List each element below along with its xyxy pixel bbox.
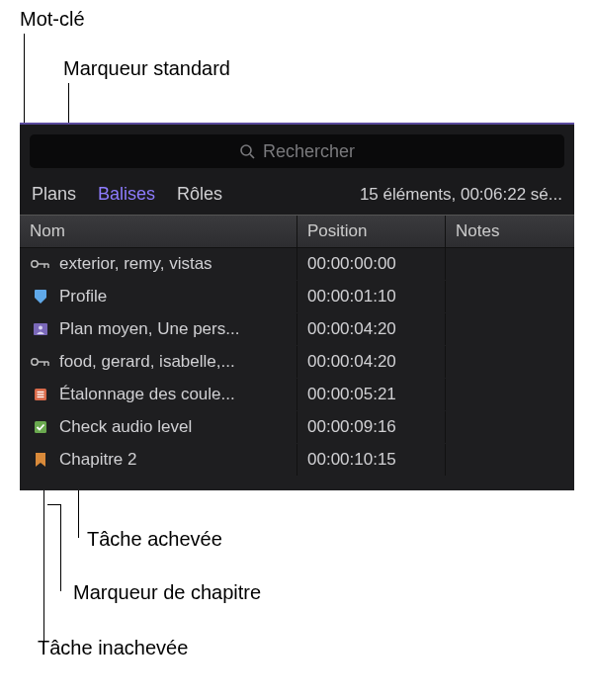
row-position: 00:00:10:15 (297, 444, 446, 476)
row-position: 00:00:09:16 (297, 411, 446, 443)
search-placeholder: Rechercher (263, 141, 355, 162)
table-row[interactable]: Étalonnage des coule... 00:00:05:21 (20, 379, 574, 411)
row-name: Profile (59, 287, 107, 306)
row-name: exterior, remy, vistas (59, 254, 212, 274)
status-text: 15 éléments, 00:06:22 sé... (360, 185, 562, 205)
table-row[interactable]: Plan moyen, Une pers... 00:00:04:20 (20, 313, 574, 346)
row-position: 00:00:00:00 (297, 248, 446, 280)
callout-incomplete-todo: Tâche inachevée (38, 637, 188, 659)
table-row[interactable]: food, gerard, isabelle,... 00:00:04:20 (20, 346, 574, 379)
row-position: 00:00:01:10 (297, 281, 446, 312)
header-notes[interactable]: Notes (446, 216, 574, 247)
callout-keyword: Mot-clé (20, 8, 85, 31)
svg-rect-16 (35, 421, 46, 433)
table-row[interactable]: exterior, remy, vistas 00:00:00:00 (20, 248, 574, 281)
table-row[interactable]: Chapitre 2 00:00:10:15 (20, 444, 574, 477)
tab-row: Plans Balises Rôles 15 éléments, 00:06:2… (20, 178, 574, 215)
tags-panel: Rechercher Plans Balises Rôles 15 élémen… (20, 123, 574, 490)
callout-completed-todo: Tâche achevée (87, 528, 222, 551)
header-position[interactable]: Position (297, 216, 446, 247)
table-row[interactable]: Check audio level 00:00:09:16 (20, 411, 574, 444)
completed-todo-icon (28, 420, 53, 434)
row-position: 00:00:04:20 (297, 313, 446, 345)
row-notes (446, 346, 574, 378)
svg-point-7 (39, 326, 42, 330)
row-name: Étalonnage des coule... (59, 385, 235, 404)
column-headers: Nom Position Notes (20, 215, 574, 248)
row-name: food, gerard, isabelle,... (59, 352, 235, 372)
row-notes (446, 379, 574, 410)
svg-point-0 (241, 145, 251, 155)
row-notes (446, 313, 574, 345)
svg-point-8 (32, 359, 38, 365)
leader-line (60, 504, 61, 591)
todo-icon (28, 388, 53, 401)
row-notes (446, 411, 574, 443)
leader-line (47, 504, 61, 505)
row-notes (446, 444, 574, 476)
tab-plans[interactable]: Plans (32, 184, 76, 205)
keyword-icon (28, 259, 53, 269)
row-name: Chapitre 2 (59, 450, 136, 470)
svg-point-2 (32, 261, 38, 267)
search-icon (239, 143, 255, 159)
row-notes (446, 281, 574, 312)
row-notes (446, 248, 574, 280)
search-input[interactable]: Rechercher (30, 134, 564, 168)
callout-standard-marker: Marqueur standard (63, 57, 230, 80)
row-name: Check audio level (59, 417, 192, 437)
callout-chapter-marker: Marqueur de chapitre (73, 581, 261, 604)
chapter-marker-icon (28, 452, 53, 468)
keyword-icon (28, 357, 53, 367)
analysis-icon (28, 322, 53, 336)
marker-icon (28, 289, 53, 305)
tab-balises[interactable]: Balises (98, 184, 155, 205)
row-name: Plan moyen, Une pers... (59, 319, 239, 339)
tag-list: exterior, remy, vistas 00:00:00:00 Profi… (20, 248, 574, 490)
row-position: 00:00:04:20 (297, 346, 446, 378)
tab-roles[interactable]: Rôles (177, 184, 222, 205)
table-row[interactable]: Profile 00:00:01:10 (20, 281, 574, 313)
row-position: 00:00:05:21 (297, 379, 446, 410)
svg-line-1 (250, 154, 254, 158)
header-name[interactable]: Nom (20, 216, 297, 247)
